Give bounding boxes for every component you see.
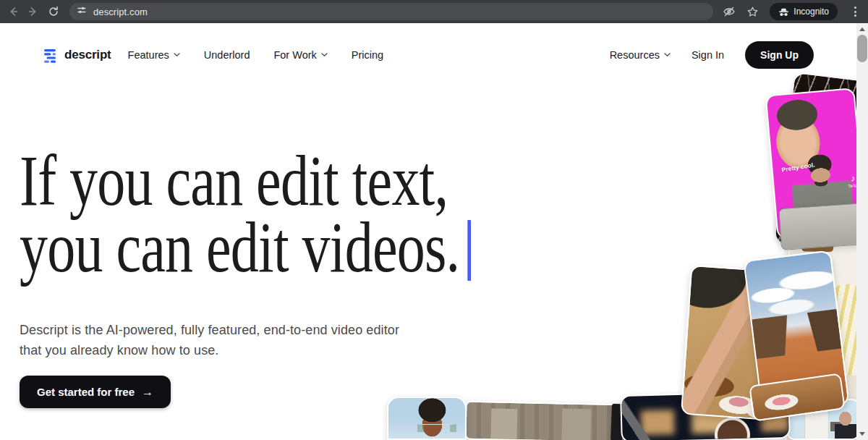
browser-menu-button[interactable] bbox=[846, 7, 864, 17]
scrollbar-thumb[interactable] bbox=[857, 35, 867, 62]
eye-off-icon[interactable] bbox=[719, 1, 739, 22]
incognito-badge: Incognito bbox=[770, 3, 838, 20]
nav-item-features-label: Features bbox=[128, 49, 169, 61]
incognito-label: Incognito bbox=[793, 7, 829, 17]
chevron-down-icon bbox=[664, 53, 671, 57]
hero-subtitle-line1: Descript is the AI-powered, fully featur… bbox=[20, 320, 399, 340]
reload-button[interactable] bbox=[43, 1, 64, 22]
page-content: descript Features Underlord For Work Pri… bbox=[0, 23, 856, 440]
site-header: descript Features Underlord For Work Pri… bbox=[0, 23, 856, 87]
tiktok-label: TikTok bbox=[848, 182, 856, 190]
get-started-button[interactable]: Get started for free → bbox=[20, 376, 171, 408]
browser-toolbar: descript.com Incognito bbox=[0, 0, 868, 23]
tiktok-logo: ♪TikTok bbox=[847, 174, 856, 190]
hero-heading-line2: you can edit videos. bbox=[20, 207, 459, 287]
descript-logo-icon bbox=[42, 47, 59, 64]
nav-item-underlord[interactable]: Underlord bbox=[204, 49, 250, 61]
nav-item-pricing-label: Pricing bbox=[352, 49, 383, 61]
back-button[interactable] bbox=[3, 1, 23, 22]
nav-item-underlord-label: Underlord bbox=[204, 49, 250, 61]
hero-heading: If you can edit text, you can edit video… bbox=[20, 148, 471, 281]
hero-heading-line1: If you can edit text, bbox=[20, 148, 471, 214]
chevron-down-icon bbox=[321, 53, 328, 57]
bookmark-star-icon[interactable] bbox=[742, 1, 762, 22]
nav-item-features[interactable]: Features bbox=[128, 49, 180, 61]
nav-item-resources-label: Resources bbox=[610, 49, 660, 61]
address-bar[interactable]: descript.com bbox=[69, 3, 713, 20]
scroll-down-arrow[interactable] bbox=[859, 432, 865, 436]
forward-button[interactable] bbox=[23, 1, 43, 22]
chevron-down-icon bbox=[174, 53, 180, 57]
hero-heading-line2-wrap: you can edit videos. bbox=[20, 214, 471, 281]
arrow-right-icon: → bbox=[142, 386, 153, 399]
sign-up-button[interactable]: Sign Up bbox=[745, 41, 814, 69]
video-card-held-tablet bbox=[778, 203, 856, 250]
text-cursor bbox=[467, 220, 471, 281]
sign-in-link[interactable]: Sign In bbox=[692, 49, 724, 61]
nav-item-pricing[interactable]: Pricing bbox=[352, 49, 383, 61]
nav-item-resources[interactable]: Resources bbox=[610, 49, 671, 61]
descript-logo[interactable]: descript bbox=[42, 47, 111, 64]
site-settings-icon[interactable] bbox=[77, 5, 87, 18]
header-actions: Resources Sign In Sign Up bbox=[610, 23, 814, 87]
logo-wordmark: descript bbox=[64, 48, 111, 62]
nav-item-for-work[interactable]: For Work bbox=[273, 49, 327, 61]
hero-subtitle-line2: that you already know how to use. bbox=[20, 340, 399, 360]
page-scrollbar[interactable] bbox=[856, 23, 868, 440]
nav-item-for-work-label: For Work bbox=[273, 49, 316, 61]
url-text: descript.com bbox=[93, 7, 148, 17]
scroll-up-arrow[interactable] bbox=[859, 28, 865, 31]
video-card-apartment-curtains bbox=[464, 401, 627, 440]
main-menu: Features Underlord For Work Pricing bbox=[128, 49, 384, 61]
get-started-label: Get started for free bbox=[37, 386, 135, 398]
video-card-man-with-glasses bbox=[387, 397, 467, 440]
incognito-icon bbox=[778, 7, 789, 17]
hero-subtitle: Descript is the AI-powered, fully featur… bbox=[20, 320, 399, 360]
